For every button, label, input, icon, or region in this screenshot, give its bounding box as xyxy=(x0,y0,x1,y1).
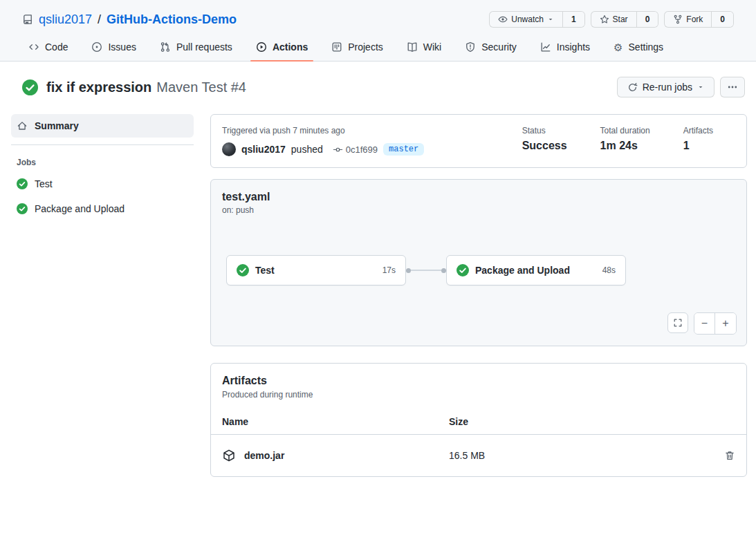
sidebar-job-test[interactable]: Test xyxy=(11,171,194,196)
artifacts-stat: Artifacts 1 xyxy=(683,126,713,152)
tab-label: Issues xyxy=(108,41,136,53)
issue-icon xyxy=(91,41,102,53)
tab-wiki[interactable]: Wiki xyxy=(401,35,447,61)
tab-label: Pull requests xyxy=(176,41,232,53)
caret-down-icon xyxy=(547,16,554,23)
run-main: Triggered via push 7 minutes ago qsliu20… xyxy=(210,114,747,477)
repo-owner-link[interactable]: qsliu2017 xyxy=(39,12,92,27)
column-size: Size xyxy=(449,416,719,427)
tab-label: Insights xyxy=(557,41,590,53)
artifacts-subtitle: Produced during runtime xyxy=(222,390,735,400)
unwatch-label: Unwatch xyxy=(511,15,544,24)
artifacts-count-label: Artifacts xyxy=(683,126,713,135)
tab-code[interactable]: Code xyxy=(23,35,73,61)
branch-badge[interactable]: master xyxy=(383,143,424,156)
tab-label: Settings xyxy=(629,41,664,53)
status-stat: Status Success xyxy=(522,126,567,152)
zoom-out-button[interactable]: − xyxy=(694,313,715,334)
check-circle-icon xyxy=(17,178,28,189)
commit-sha: 0c1f699 xyxy=(346,144,378,155)
tab-projects[interactable]: Projects xyxy=(326,35,389,61)
artifacts-card: Artifacts Produced during runtime Name S… xyxy=(210,363,747,477)
tab-label: Security xyxy=(481,41,517,53)
run-options-kebab-button[interactable] xyxy=(720,77,745,97)
tab-security[interactable]: Security xyxy=(459,35,522,61)
commit-icon xyxy=(333,144,343,155)
tab-label: Wiki xyxy=(423,41,441,53)
watch-count[interactable]: 1 xyxy=(562,12,584,27)
artifacts-table-header: Name Size xyxy=(211,409,746,435)
repo-action-buttons: Unwatch 1 Star 0 xyxy=(489,11,734,28)
kebab-icon xyxy=(727,82,738,93)
sidebar-job-package-and-upload[interactable]: Package and Upload xyxy=(11,196,194,221)
avatar[interactable] xyxy=(222,142,236,156)
tab-actions[interactable]: Actions xyxy=(250,35,313,61)
tab-label: Code xyxy=(45,41,68,53)
status-value: Success xyxy=(522,140,567,152)
repo-icon xyxy=(22,14,33,25)
home-icon xyxy=(17,120,28,131)
actor-link[interactable]: qsliu2017 xyxy=(241,144,286,155)
graph-icon xyxy=(540,41,551,53)
workflow-trigger: on: push xyxy=(222,205,735,215)
unwatch-button[interactable]: Unwatch 1 xyxy=(489,11,584,28)
tab-label: Projects xyxy=(348,41,383,53)
pull-request-icon xyxy=(160,41,171,53)
trigger-info: Triggered via push 7 minutes ago xyxy=(222,126,522,135)
header-top-row: qsliu2017 / GitHub-Actions-Demo Unwatch … xyxy=(0,0,756,35)
workflow-graph: Test 17s Package and Upload 48s xyxy=(226,255,735,285)
shield-icon xyxy=(465,41,476,53)
sidebar-item-summary[interactable]: Summary xyxy=(11,114,194,138)
fork-button[interactable]: Fork 0 xyxy=(664,11,734,28)
repo-tab-nav: Code Issues Pull requests Actions Projec… xyxy=(0,35,756,61)
check-circle-icon xyxy=(22,79,38,95)
graph-node-test[interactable]: Test 17s xyxy=(226,255,406,285)
zoom-control: − + xyxy=(694,312,737,335)
repo-name-link[interactable]: GitHub-Actions-Demo xyxy=(107,12,237,27)
caret-down-icon xyxy=(697,84,704,91)
breadcrumb-separator: / xyxy=(98,12,101,27)
star-button[interactable]: Star 0 xyxy=(591,11,659,28)
tab-insights[interactable]: Insights xyxy=(535,35,596,61)
fork-label: Fork xyxy=(686,15,703,24)
breadcrumb: qsliu2017 / GitHub-Actions-Demo xyxy=(22,12,237,27)
delete-artifact-button[interactable] xyxy=(719,450,735,461)
node-duration: 17s xyxy=(382,265,396,275)
tab-issues[interactable]: Issues xyxy=(86,35,141,61)
commit-message: fix if expression xyxy=(46,79,151,95)
jobs-group-label: Jobs xyxy=(11,153,194,171)
check-circle-icon xyxy=(17,203,28,214)
node-name: Test xyxy=(255,265,376,276)
workflow-file-name: test.yaml xyxy=(222,191,735,203)
run-sidebar: Summary Jobs Test Package and Upload xyxy=(11,114,194,477)
node-duration: 48s xyxy=(602,265,616,275)
star-count[interactable]: 0 xyxy=(636,12,658,27)
duration-value: 1m 24s xyxy=(600,140,650,152)
check-circle-icon xyxy=(237,264,249,276)
artifact-name-link[interactable]: demo.jar xyxy=(244,450,284,461)
artifact-size: 16.5 MB xyxy=(449,450,719,461)
check-circle-icon xyxy=(457,264,469,276)
artifacts-title: Artifacts xyxy=(222,375,735,387)
tab-pull-requests[interactable]: Pull requests xyxy=(154,35,238,61)
fullscreen-button[interactable] xyxy=(667,312,688,333)
sidebar-divider xyxy=(11,144,194,145)
graph-connector xyxy=(406,268,446,273)
commit-sha-link[interactable]: 0c1f699 xyxy=(333,144,378,155)
gear-icon: ⚙ xyxy=(614,42,623,53)
run-summary-card: Triggered via push 7 minutes ago qsliu20… xyxy=(210,114,747,168)
star-label: Star xyxy=(613,15,628,24)
graph-node-package-and-upload[interactable]: Package and Upload 48s xyxy=(446,255,626,285)
zoom-in-button[interactable]: + xyxy=(715,313,736,334)
fork-icon xyxy=(673,15,683,24)
summary-label: Summary xyxy=(35,120,79,131)
run-header: fix if expression Maven Test #4 Re-run j… xyxy=(0,62,756,110)
action-text: pushed xyxy=(291,144,323,155)
rerun-jobs-button[interactable]: Re-run jobs xyxy=(617,77,714,97)
play-circle-icon xyxy=(256,41,267,53)
artifacts-count-value: 1 xyxy=(683,140,713,152)
fork-count[interactable]: 0 xyxy=(711,12,733,27)
artifact-row: demo.jar 16.5 MB xyxy=(211,435,746,476)
projects-icon xyxy=(331,41,342,53)
tab-settings[interactable]: ⚙ Settings xyxy=(608,35,669,61)
